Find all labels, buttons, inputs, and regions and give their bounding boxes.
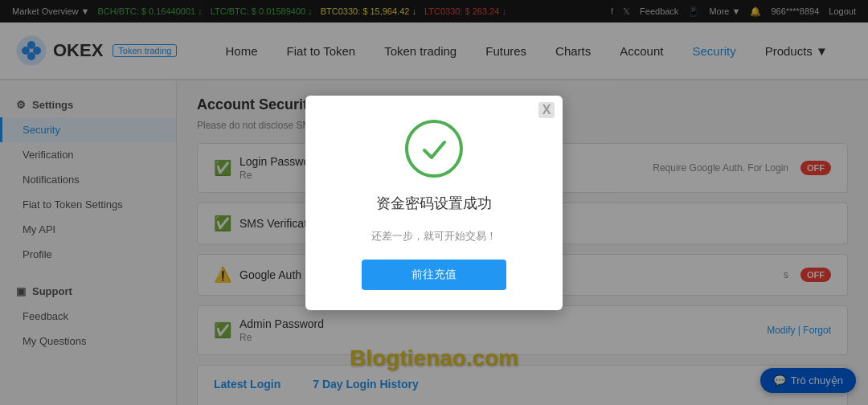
modal-title: 资金密码设置成功 bbox=[330, 194, 538, 213]
modal-action-button[interactable]: 前往充值 bbox=[362, 260, 506, 290]
modal-backdrop: X 资金密码设置成功 还差一步，就可开始交易！ 前往充值 bbox=[0, 0, 868, 405]
success-modal: X 资金密码设置成功 还差一步，就可开始交易！ 前往充值 bbox=[305, 96, 563, 310]
success-check-circle bbox=[405, 120, 463, 178]
modal-close-button[interactable]: X bbox=[538, 102, 555, 118]
checkmark-icon bbox=[418, 133, 450, 165]
modal-subtitle: 还差一步，就可开始交易！ bbox=[330, 229, 538, 243]
